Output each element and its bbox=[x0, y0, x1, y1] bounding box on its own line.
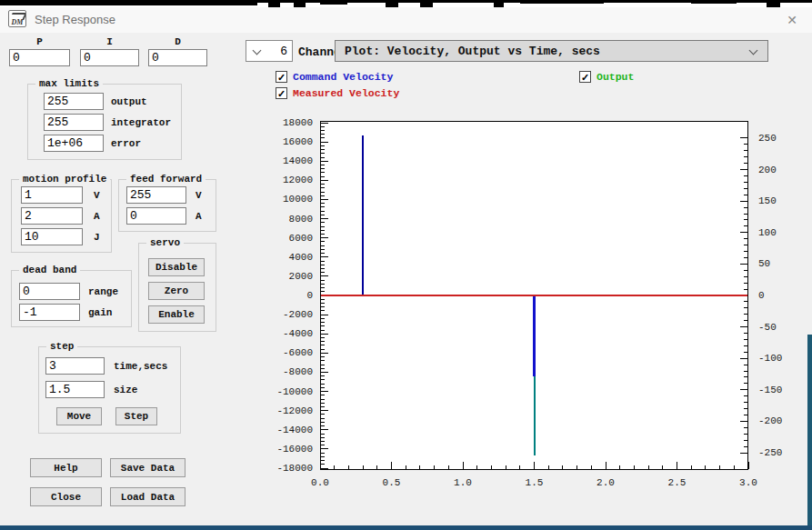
step-time-label: time,secs bbox=[114, 361, 167, 372]
feed-forward-title: feed forward bbox=[126, 174, 206, 185]
i-input[interactable] bbox=[80, 49, 139, 66]
y-axis-right-tick-label: -250 bbox=[758, 447, 798, 458]
background-glyph-fragment bbox=[386, 0, 398, 7]
p-input[interactable] bbox=[9, 49, 70, 66]
ff-v-input[interactable] bbox=[126, 186, 186, 204]
x-axis-tick-label: 1.0 bbox=[446, 477, 479, 488]
close-icon[interactable]: ✕ bbox=[779, 9, 805, 31]
max-limits-title: max limits bbox=[35, 78, 103, 89]
deadband-range-input[interactable] bbox=[19, 283, 80, 300]
save-data-button[interactable]: Save Data bbox=[110, 458, 185, 477]
x-axis-tick-label: 0.5 bbox=[376, 477, 408, 488]
y-axis-left-tick-label: 6000 bbox=[267, 233, 313, 244]
max-output-label: output bbox=[111, 96, 147, 107]
motion-a-input[interactable] bbox=[21, 207, 83, 225]
background-glyph-fragment bbox=[494, 0, 504, 7]
y-axis-left-tick-label: -18000 bbox=[267, 463, 313, 474]
help-button[interactable]: Help bbox=[30, 458, 102, 477]
p-label: P bbox=[9, 36, 70, 47]
x-axis-tick-label: 0.0 bbox=[304, 477, 336, 488]
chevron-down-icon bbox=[749, 46, 758, 55]
y-axis-left-tick-label: 0 bbox=[267, 290, 313, 301]
background-glyph-fragment bbox=[294, 0, 306, 7]
command-velocity-checkbox[interactable]: ✓ bbox=[276, 71, 287, 83]
y-axis-right-tick-label: 250 bbox=[758, 133, 798, 144]
background-glyph-fragment bbox=[0, 0, 257, 5]
y-axis-right-tick-label: 200 bbox=[758, 165, 798, 175]
load-data-button[interactable]: Load Data bbox=[110, 487, 185, 506]
servo-enable-button[interactable]: Enable bbox=[148, 305, 205, 324]
chevron-down-icon[interactable] bbox=[253, 46, 262, 55]
i-label: I bbox=[80, 36, 139, 47]
measured-velocity-label: Measured Velocity bbox=[293, 87, 399, 99]
plot-area bbox=[320, 121, 748, 470]
command-velocity-label: Command Velocity bbox=[293, 71, 393, 83]
channel-value: 6 bbox=[280, 45, 287, 58]
max-integrator-input[interactable] bbox=[44, 114, 104, 131]
y-axis-right-tick-label: 150 bbox=[758, 195, 798, 206]
deadband-gain-label: gain bbox=[88, 307, 112, 318]
ff-v-label: V bbox=[195, 190, 202, 201]
move-button[interactable]: Move bbox=[56, 407, 102, 425]
output-label: Output bbox=[596, 71, 634, 83]
background-glyph-fragment bbox=[420, 0, 433, 7]
y-axis-left-tick-label: -2000 bbox=[267, 309, 313, 320]
channel-spinner[interactable]: 6 bbox=[246, 40, 293, 62]
background-window-edge bbox=[0, 0, 812, 7]
d-input[interactable] bbox=[148, 49, 207, 66]
close-button[interactable]: Close bbox=[30, 487, 102, 506]
step-button[interactable]: Step bbox=[115, 407, 157, 425]
app-icon: DM bbox=[8, 10, 26, 27]
background-glyph-fragment bbox=[767, 0, 780, 7]
background-glyph-fragment bbox=[320, 0, 347, 5]
app-icon-text: DM bbox=[12, 19, 24, 26]
motion-profile-title: motion profile bbox=[19, 174, 110, 185]
plot-select-value: Plot: Velocity, Output vs Time, secs bbox=[345, 45, 600, 58]
output-checkbox[interactable]: ✓ bbox=[579, 71, 591, 83]
window-border-right bbox=[807, 335, 812, 530]
app-icon-scribble bbox=[9, 13, 26, 20]
y-axis-left-tick-label: 8000 bbox=[267, 214, 313, 225]
servo-title: servo bbox=[146, 237, 184, 248]
x-axis-tick-label: 3.0 bbox=[732, 477, 765, 488]
x-axis-tick-label: 2.0 bbox=[589, 477, 622, 488]
deadband-range-label: range bbox=[88, 286, 118, 297]
motion-j-input[interactable] bbox=[21, 228, 83, 245]
y-axis-right-tick-label: -100 bbox=[758, 353, 798, 364]
y-axis-left-tick-label: -14000 bbox=[267, 425, 313, 435]
y-axis-left-tick-label: 2000 bbox=[267, 271, 313, 282]
y-axis-right-tick-label: -200 bbox=[758, 415, 798, 426]
step-size-input[interactable] bbox=[45, 381, 105, 398]
step-time-input[interactable] bbox=[45, 357, 105, 375]
ff-a-label: A bbox=[195, 211, 202, 222]
servo-zero-button[interactable]: Zero bbox=[148, 282, 205, 300]
ff-a-input[interactable] bbox=[126, 207, 186, 225]
y-axis-left-tick-label: -8000 bbox=[267, 366, 313, 377]
y-axis-left-tick-label: -4000 bbox=[267, 328, 313, 339]
motion-a-label: A bbox=[94, 211, 100, 222]
step-size-label: size bbox=[114, 385, 137, 395]
background-glyph-fragment bbox=[520, 0, 604, 4]
y-axis-left-tick-label: 12000 bbox=[267, 175, 313, 185]
deadband-gain-input[interactable] bbox=[19, 304, 80, 321]
y-axis-left-tick-label: -6000 bbox=[267, 347, 313, 358]
dead-band-title: dead band bbox=[19, 265, 80, 275]
background-glyph-fragment bbox=[691, 0, 737, 4]
measured-velocity-checkbox[interactable]: ✓ bbox=[276, 87, 287, 99]
y-axis-right-tick-label: 50 bbox=[758, 258, 798, 269]
motion-j-label: J bbox=[94, 232, 100, 243]
servo-disable-button[interactable]: Disable bbox=[148, 258, 205, 276]
y-axis-left-tick-label: 4000 bbox=[267, 252, 313, 263]
max-error-input[interactable] bbox=[44, 135, 104, 152]
y-axis-left-tick-label: 10000 bbox=[267, 194, 313, 205]
y-axis-left-tick-label: 18000 bbox=[267, 117, 313, 128]
plot-select-dropdown[interactable]: Plot: Velocity, Output vs Time, secs bbox=[335, 40, 768, 62]
max-integrator-label: integrator bbox=[111, 117, 171, 128]
title-bar: DM Step Response ✕ bbox=[0, 7, 812, 33]
y-axis-right-tick-label: -150 bbox=[758, 385, 798, 395]
y-axis-right-tick-label: 0 bbox=[758, 290, 798, 301]
y-axis-left-tick-label: -10000 bbox=[267, 386, 313, 397]
y-axis-left-tick-label: -16000 bbox=[267, 444, 313, 455]
max-output-input[interactable] bbox=[44, 93, 104, 110]
motion-v-input[interactable] bbox=[21, 186, 83, 204]
